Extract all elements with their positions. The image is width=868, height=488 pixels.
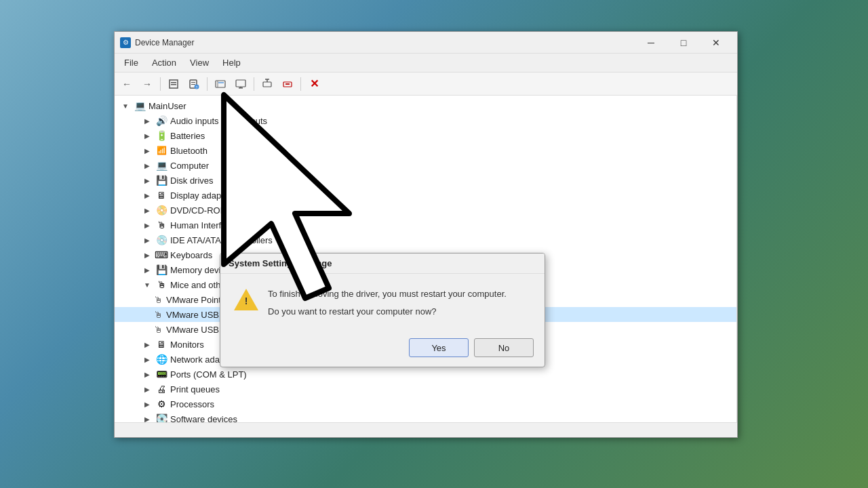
close-button[interactable]: ✕ (701, 32, 732, 54)
svg-rect-4 (191, 82, 195, 83)
remove-button[interactable]: ✕ (304, 75, 323, 93)
status-bar (115, 422, 737, 437)
toolbar-separator-4 (300, 77, 301, 91)
dialog-line1: To finish removing the driver, you must … (268, 287, 531, 301)
toolbar-separator-1 (160, 77, 161, 91)
toolbar-separator-2 (207, 77, 208, 91)
back-button[interactable]: ← (117, 75, 136, 93)
minimize-button[interactable]: ─ (635, 32, 667, 54)
properties-button[interactable] (164, 75, 183, 93)
update-button[interactable]: ? (184, 75, 203, 93)
svg-text:?: ? (196, 85, 198, 89)
scan-button[interactable] (211, 75, 230, 93)
uninstall-button[interactable] (278, 75, 297, 93)
svg-rect-5 (191, 84, 195, 85)
svg-rect-14 (263, 82, 271, 87)
menu-action[interactable]: Action (145, 55, 183, 70)
yes-button[interactable]: Yes (409, 338, 469, 357)
system-settings-change-dialog: System Settings Change ! To finish remov… (220, 253, 545, 367)
svg-rect-8 (216, 81, 225, 87)
window-title: Device Manager (135, 38, 635, 47)
svg-rect-1 (171, 82, 176, 83)
warning-exclamation: ! (245, 296, 248, 306)
no-button[interactable]: No (474, 338, 534, 357)
content-area: ▼ 💻 MainUser ▶ 🔊 Audio inputs and output… (115, 96, 737, 422)
toolbar: ← → ? ✕ (115, 73, 737, 96)
add-hardware-button[interactable] (258, 75, 277, 93)
menu-file[interactable]: File (117, 55, 145, 70)
title-bar: ⚙ Device Manager ─ □ ✕ (115, 32, 737, 54)
svg-rect-11 (236, 80, 245, 87)
dialog-message: To finish removing the driver, you must … (268, 287, 531, 322)
menu-bar: File Action View Help (115, 54, 737, 73)
svg-rect-10 (218, 82, 224, 83)
display-button[interactable] (231, 75, 250, 93)
dialog-title: System Settings Change (229, 258, 536, 268)
device-manager-window: ⚙ Device Manager ─ □ ✕ File Action View … (114, 31, 738, 438)
window-icon: ⚙ (120, 37, 131, 48)
menu-help[interactable]: Help (216, 55, 248, 70)
warning-icon-container: ! (234, 287, 258, 312)
dialog-body: ! To finish removing the driver, you mus… (220, 274, 545, 333)
dialog-overlay: System Settings Change ! To finish remov… (115, 96, 737, 422)
svg-rect-2 (171, 84, 176, 85)
maximize-button[interactable]: □ (668, 32, 699, 54)
toolbar-separator-3 (254, 77, 254, 91)
dialog-line2: Do you want to restart your computer now… (268, 305, 531, 319)
dialog-button-row: Yes No (220, 333, 545, 367)
menu-view[interactable]: View (183, 55, 216, 70)
svg-rect-12 (239, 87, 243, 89)
dialog-title-bar: System Settings Change (220, 253, 545, 274)
forward-button[interactable]: → (138, 75, 157, 93)
window-controls: ─ □ ✕ (635, 32, 732, 54)
